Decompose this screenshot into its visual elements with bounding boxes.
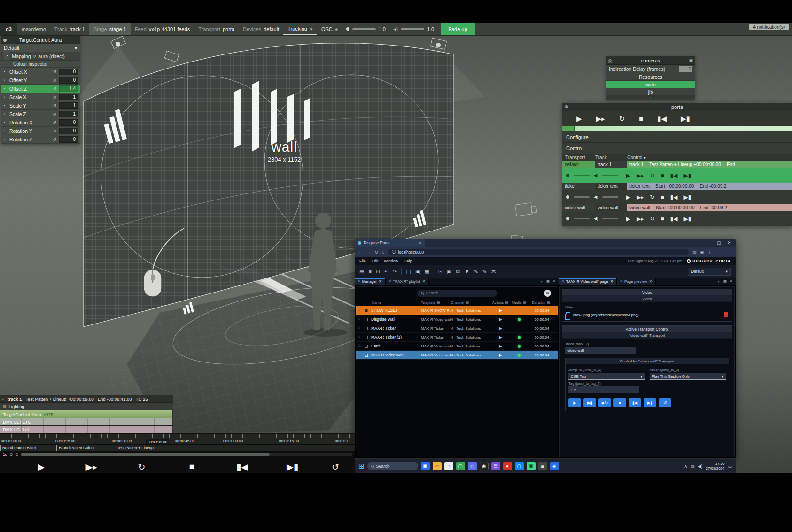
zoom-out-icon[interactable]: ⊖ (15, 452, 18, 457)
stop-button[interactable]: ■ (660, 216, 664, 222)
copy-icon[interactable]: ▣ (415, 269, 420, 275)
param-value-field[interactable]: 0 (59, 69, 78, 75)
filter-icon[interactable]: ▦ (547, 301, 550, 305)
camera-option-wide[interactable]: wide (606, 81, 695, 88)
stop-button[interactable]: ■ (639, 115, 643, 123)
taskbar-search[interactable]: Search (367, 462, 418, 470)
param-value-field[interactable]: 0 (59, 136, 78, 143)
brightness-slider[interactable] (574, 218, 590, 219)
next-button[interactable]: ▶▮ (267, 462, 318, 472)
undo-icon[interactable]: ↶ (384, 269, 388, 275)
next-button[interactable]: ▶▮ (681, 115, 690, 123)
play-button[interactable]: ▶ (626, 216, 630, 222)
menu-help[interactable]: Help (404, 259, 412, 263)
tag-field[interactable] (568, 386, 639, 393)
volume-slider[interactable] (602, 175, 618, 176)
url-field[interactable]: ⓘ localhost:8080 (388, 249, 689, 255)
fade-up-button[interactable]: Fade up (441, 23, 474, 35)
row-play-button[interactable]: ▶ (491, 324, 510, 332)
control-info[interactable]: ticker text Start +00:00:00.00 End -00:0… (627, 183, 792, 190)
stop-button[interactable]: ■ (660, 172, 664, 179)
tray-chevron-icon[interactable]: ∧ (684, 464, 687, 469)
taskbar-app-icon[interactable]: ◈ (550, 462, 559, 470)
copy-icon[interactable] (566, 312, 570, 317)
tab-manager[interactable]: ≡ Manager ✕ (355, 278, 386, 285)
param-row-offset-z[interactable]: ◔ Offset Z ↺ 1.4 (1, 85, 80, 93)
split-view-icon[interactable]: ▣ (723, 279, 727, 284)
cut-icon[interactable]: ▢ (406, 269, 411, 275)
extensions-icon[interactable]: ▤ (692, 250, 697, 254)
taskbar-app-icon[interactable]: ▢ (456, 462, 465, 470)
play-button[interactable]: ▶ (16, 462, 66, 472)
param-value-field[interactable]: 1 (59, 111, 78, 117)
section-label[interactable]: Test Patten + Lineup (117, 446, 154, 450)
duplicate-icon[interactable]: ▣ (447, 269, 451, 275)
control-info[interactable]: track 1 Test Patten + Lineup +00:00:09.0… (627, 161, 792, 168)
row-checkbox-checked[interactable]: ✓ (365, 354, 368, 357)
track-field[interactable]: video wall (565, 347, 636, 354)
remove-icon[interactable] (724, 312, 728, 317)
close-pane-icon[interactable]: ✕ (730, 279, 733, 284)
porta-progress-bar[interactable] (562, 126, 792, 131)
menu-edit[interactable]: Edit (372, 259, 379, 263)
col-control[interactable]: Control▾ (627, 155, 792, 160)
col-channel[interactable]: Channel▦ (451, 301, 489, 305)
brightness-slider[interactable] (574, 175, 590, 176)
close-icon[interactable]: ⊗ (564, 104, 568, 110)
row-checkbox[interactable] (365, 309, 368, 312)
reload-icon[interactable]: ↻ (374, 250, 378, 254)
param-value-field[interactable]: 1 (59, 94, 78, 100)
previous-button[interactable]: ▮◀ (217, 462, 267, 472)
network-icon[interactable]: ▤ (691, 464, 695, 469)
search-field[interactable] (417, 290, 497, 297)
menu-file[interactable]: File (359, 259, 366, 263)
col-actions[interactable]: Actions▦ (491, 301, 510, 305)
taskbar-app-icon[interactable]: ▢ (515, 462, 524, 470)
next-button[interactable]: ▶▮ (683, 194, 691, 200)
taskbar-app-icon[interactable]: ● (503, 462, 512, 470)
play-to-next-button[interactable]: ▶▸ (66, 462, 116, 472)
browser-tab[interactable]: Disguise Porta ✕ (355, 239, 425, 247)
play-section-button[interactable]: ▶▮ (583, 398, 596, 407)
transport-name[interactable]: ticker (562, 183, 595, 190)
d3-logo[interactable]: d3 (0, 23, 17, 35)
audio-fader-track[interactable] (401, 28, 424, 30)
play-button[interactable]: ▶ (626, 172, 630, 179)
track-name[interactable]: video wall (595, 204, 627, 211)
playhead-line[interactable] (146, 395, 146, 436)
stop-button[interactable]: ■ (613, 398, 626, 407)
cameras-titlebar[interactable]: ◎ cameras ▣ (606, 56, 695, 65)
zoom-level[interactable]: 1s (3, 452, 7, 457)
section-label[interactable]: Brand Patten Black (2, 446, 37, 450)
menu-osc[interactable]: OSC ◈ (317, 23, 342, 35)
menu-devices[interactable]: Devices default (239, 23, 283, 35)
row-play-button[interactable]: ▶ (491, 306, 510, 315)
param-value-field[interactable]: 1.4 (59, 85, 78, 92)
volume-slider[interactable] (602, 196, 618, 198)
notification-center-icon[interactable]: ▭ (728, 464, 732, 469)
col-duration[interactable]: Duration▦ (528, 301, 553, 305)
target-control-titlebar[interactable]: ⊗ TargetControl: Aura (1, 36, 80, 44)
param-row-scale-z[interactable]: ◔ Scale Z ↺ 1 (1, 110, 80, 118)
forward-icon[interactable]: → (366, 250, 371, 254)
param-row-rotation-y[interactable]: ◔ Rotation Y ↺ 0 (1, 127, 80, 135)
timeline-scrollbar[interactable] (21, 453, 352, 456)
taskbar-app-icon[interactable]: ▤ (491, 462, 500, 470)
previous-button[interactable]: ▮◀ (629, 398, 641, 407)
row-play-button[interactable]: ▶ (491, 315, 510, 324)
notification-badge[interactable]: 4 notification(s) (749, 24, 789, 30)
close-pane-icon[interactable]: ✕ (552, 279, 556, 284)
new-page-icon[interactable]: ▤ (359, 269, 364, 275)
col-media[interactable]: Media▦ (510, 301, 528, 305)
loop-button[interactable]: ↻ (619, 115, 625, 123)
play-to-next-button[interactable]: ▶▸ (637, 216, 644, 222)
folder-icon[interactable]: ▱ (433, 462, 442, 470)
edge-icon[interactable]: ◔ (444, 462, 453, 470)
master-fader[interactable]: 1.0 (342, 23, 389, 35)
playlist-row-disguise-wall[interactable]: ⠿ Disguise Wall MAX-R Video wall 4 - Tec… (356, 315, 558, 324)
tag-input[interactable] (571, 388, 637, 392)
param-row-rotation-z[interactable]: ◔ Rotation Z ↺ 0 (1, 135, 80, 144)
transport-name[interactable]: default (562, 161, 595, 168)
taskbar-app-icon[interactable]: ▣ (421, 462, 430, 470)
preset-dropdown[interactable]: Default ▾ (1, 44, 80, 52)
